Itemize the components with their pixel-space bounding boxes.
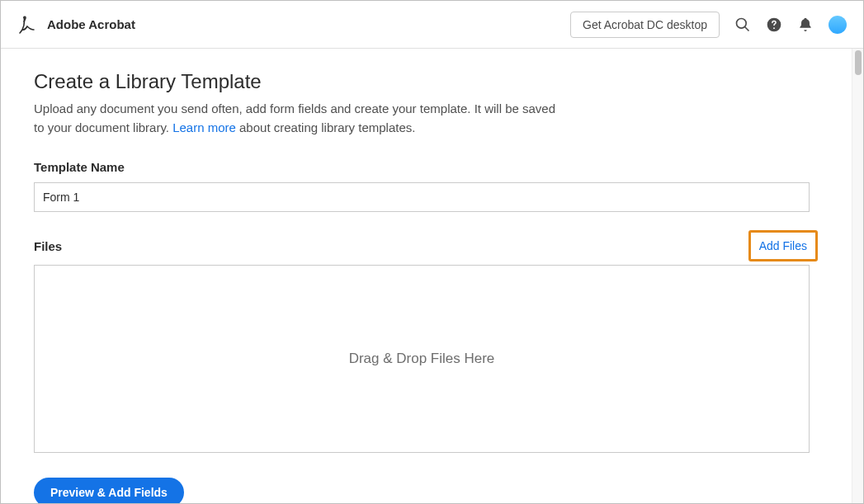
page-description: Upload any document you send often, add … (34, 100, 562, 137)
svg-point-0 (737, 18, 747, 28)
add-files-highlight: Add Files (748, 230, 818, 261)
acrobat-logo-icon (17, 15, 37, 35)
header-right: Get Acrobat DC desktop (570, 12, 847, 38)
search-icon[interactable] (734, 16, 751, 33)
app-name: Adobe Acrobat (47, 17, 135, 31)
header-left: Adobe Acrobat (17, 15, 135, 35)
header: Adobe Acrobat Get Acrobat DC desktop (1, 1, 863, 49)
add-files-button[interactable]: Add Files (751, 233, 815, 259)
template-name-input[interactable] (34, 182, 810, 212)
preview-add-fields-button[interactable]: Preview & Add Fields (34, 478, 184, 503)
template-name-label: Template Name (34, 160, 819, 174)
files-header: Files Add Files (34, 230, 818, 261)
dropzone-text: Drag & Drop Files Here (349, 351, 495, 367)
svg-point-3 (773, 27, 775, 29)
description-text-after: about creating library templates. (236, 120, 416, 134)
svg-line-1 (745, 26, 749, 31)
files-label: Files (34, 239, 62, 253)
learn-more-link[interactable]: Learn more (172, 120, 236, 134)
notifications-icon[interactable] (797, 16, 814, 33)
file-dropzone[interactable]: Drag & Drop Files Here (34, 265, 810, 453)
page-title: Create a Library Template (34, 70, 819, 93)
content-wrapper: Create a Library Template Upload any doc… (1, 49, 863, 503)
avatar[interactable] (829, 16, 847, 34)
main-content: Create a Library Template Upload any doc… (1, 49, 852, 503)
help-icon[interactable] (766, 16, 782, 33)
scrollbar-thumb[interactable] (855, 50, 862, 75)
get-desktop-button[interactable]: Get Acrobat DC desktop (570, 12, 720, 38)
scrollbar[interactable] (852, 49, 863, 503)
